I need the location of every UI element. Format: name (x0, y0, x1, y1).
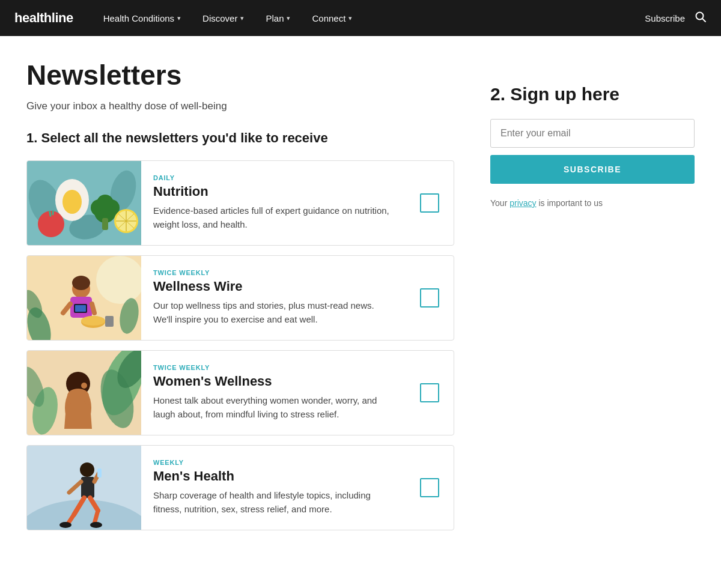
main-container: Newsletters Give your inbox a healthy do… (12, 36, 709, 564)
search-icon[interactable] (695, 11, 707, 26)
nav-links: Health Conditions ▾ Discover ▾ Plan ▾ Co… (93, 0, 645, 36)
card-frequency-mens-health: WEEKLY (153, 459, 394, 466)
svg-point-33 (81, 316, 105, 326)
svg-point-14 (97, 195, 114, 211)
chevron-down-icon: ▾ (177, 14, 181, 22)
card-title-womens-wellness: Women's Wellness (153, 374, 394, 389)
main-nav: healthline Health Conditions ▾ Discover … (0, 0, 721, 36)
card-title-wellness-wire: Wellness Wire (153, 279, 394, 294)
subscribe-button[interactable]: SUBSCRIBE (490, 155, 695, 184)
svg-rect-31 (75, 305, 86, 312)
newsletter-card-wellness-wire: TWICE WEEKLY Wellness Wire Our top welln… (26, 255, 454, 341)
newsletter-body-nutrition: DAILY Nutrition Evidence-based articles … (141, 162, 406, 243)
card-desc-wellness-wire: Our top wellness tips and stories, plus … (153, 299, 394, 326)
svg-point-28 (72, 276, 90, 290)
svg-point-57 (59, 522, 71, 528)
newsletter-checkbox-wellness-wire[interactable] (420, 288, 439, 308)
newsletter-image-wellness-wire (27, 256, 141, 340)
signup-heading: 2. Sign up here (490, 84, 695, 105)
card-frequency-nutrition: DAILY (153, 174, 394, 181)
chevron-down-icon: ▾ (240, 14, 244, 22)
card-checkbox-wrap-womens-wellness (406, 383, 454, 402)
newsletter-card-womens-wellness: TWICE WEEKLY Women's Wellness Honest tal… (26, 350, 454, 435)
left-column: Newsletters Give your inbox a healthy do… (26, 60, 454, 540)
svg-rect-34 (105, 316, 114, 327)
newsletter-card-nutrition: DAILY Nutrition Evidence-based articles … (26, 160, 454, 246)
newsletter-checkbox-nutrition[interactable] (420, 193, 439, 213)
svg-point-49 (80, 462, 94, 477)
card-desc-mens-health: Sharp coverage of health and lifestyle t… (153, 489, 394, 516)
svg-point-60 (90, 522, 102, 528)
newsletter-card-mens-health: WEEKLY Men's Health Sharp coverage of he… (26, 445, 454, 530)
card-title-nutrition: Nutrition (153, 184, 394, 199)
page-subtitle: Give your inbox a healthy dose of well-b… (26, 100, 454, 112)
card-desc-nutrition: Evidence-based articles full of expert g… (153, 204, 394, 231)
right-column: 2. Sign up here SUBSCRIBE Your privacy i… (490, 60, 695, 540)
privacy-link[interactable]: privacy (510, 198, 536, 208)
svg-rect-54 (97, 468, 102, 477)
svg-point-46 (81, 383, 87, 389)
nav-item-discover[interactable]: Discover ▾ (192, 0, 255, 36)
svg-point-45 (67, 389, 89, 403)
svg-rect-51 (81, 477, 94, 498)
newsletter-checkbox-womens-wellness[interactable] (420, 383, 439, 402)
nav-item-plan[interactable]: Plan ▾ (255, 0, 301, 36)
newsletter-image-mens-health (27, 446, 141, 530)
svg-line-36 (92, 304, 94, 313)
nav-item-connect[interactable]: Connect ▾ (301, 0, 363, 36)
email-input[interactable] (490, 119, 695, 148)
chevron-down-icon: ▾ (348, 14, 352, 22)
svg-line-1 (702, 19, 705, 22)
card-frequency-womens-wellness: TWICE WEEKLY (153, 364, 394, 371)
newsletter-image-womens-wellness (27, 351, 141, 435)
site-logo[interactable]: healthline (14, 10, 73, 26)
nav-right: Subscribe (645, 11, 707, 26)
card-checkbox-wrap-wellness-wire (406, 288, 454, 308)
chevron-down-icon: ▾ (287, 14, 290, 22)
nav-subscribe-link[interactable]: Subscribe (645, 13, 685, 23)
newsletter-checkbox-mens-health[interactable] (420, 478, 439, 497)
card-title-mens-health: Men's Health (153, 468, 394, 484)
newsletter-body-womens-wellness: TWICE WEEKLY Women's Wellness Honest tal… (141, 352, 406, 433)
newsletter-image-nutrition (27, 161, 141, 245)
nav-item-health-conditions[interactable]: Health Conditions ▾ (93, 0, 192, 36)
card-checkbox-wrap-mens-health (406, 478, 454, 497)
card-frequency-wellness-wire: TWICE WEEKLY (153, 269, 394, 276)
page-title: Newsletters (26, 60, 454, 91)
privacy-note: Your privacy is important to us (490, 198, 695, 208)
svg-point-7 (62, 190, 82, 214)
section-heading: 1. Select all the newsletters you'd like… (26, 130, 454, 146)
card-desc-womens-wellness: Honest talk about everything women wonde… (153, 394, 394, 421)
card-checkbox-wrap-nutrition (406, 193, 454, 213)
newsletter-body-mens-health: WEEKLY Men's Health Sharp coverage of he… (141, 447, 406, 528)
newsletter-body-wellness-wire: TWICE WEEKLY Wellness Wire Our top welln… (141, 257, 406, 338)
svg-rect-15 (102, 218, 108, 230)
